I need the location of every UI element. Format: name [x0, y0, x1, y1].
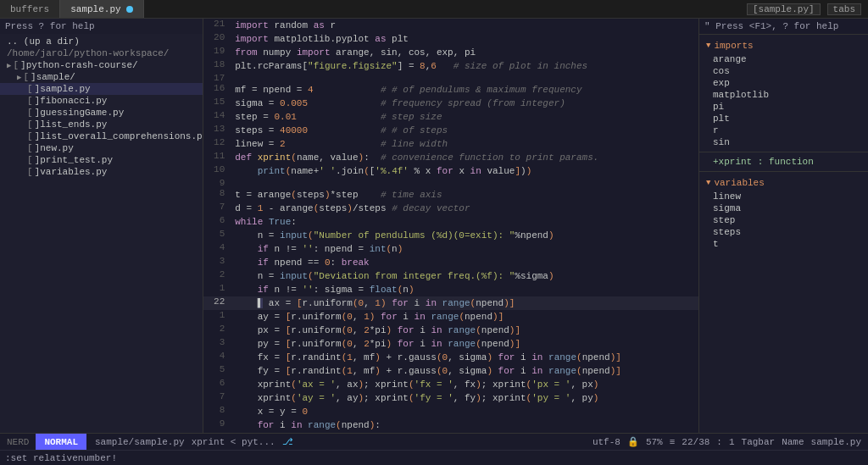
- tree-python-crash-course[interactable]: ▶ [ ]python-crash-course/: [0, 59, 203, 71]
- file-tree-content[interactable]: .. (up a dir) /home/jarol/python-workspa…: [0, 34, 203, 433]
- code-line-18: 18 plt.rcParams["figure.figsize"] = 8,6 …: [203, 59, 698, 73]
- import-r[interactable]: r: [699, 125, 868, 136]
- tree-up-dir-label: .. (up a dir): [7, 36, 80, 47]
- var-steps[interactable]: steps: [699, 226, 868, 238]
- tree-print-test[interactable]: [ ]print_test.py: [0, 154, 203, 166]
- code-line-1: 1 if n != '': sigma = float(n): [203, 283, 698, 296]
- status-bar: NERD NORMAL sample/sample.py xprint < py…: [0, 433, 868, 450]
- code-content[interactable]: 21 import random as r 20 import matplotl…: [203, 19, 698, 433]
- tab-buffers[interactable]: buffers: [0, 0, 60, 18]
- tree-print-label: ]print_test.py: [35, 155, 113, 165]
- import-plt[interactable]: plt: [699, 113, 868, 125]
- tab-sample-py-label: sample.py: [70, 4, 120, 14]
- right-divider-1: [699, 152, 868, 152]
- code-line-6b: 6 xprint('ax = ', ax); xprint('fx = ', f…: [203, 378, 698, 391]
- status-position: 22/38: [682, 437, 709, 447]
- var-sigma[interactable]: sigma: [699, 202, 868, 214]
- tree-workspace-label: /home/jarol/python-workspace/: [7, 48, 169, 58]
- code-line-12: 12 linew = 2 # line width: [203, 137, 698, 151]
- command-line[interactable]: :set relativenumber!: [0, 450, 868, 465]
- code-line-3b: 3 py = [r.uniform(0, 2*pi) for i in rang…: [203, 337, 698, 351]
- tree-bracket-print: [: [27, 155, 33, 165]
- tree-bracket-list-comp: [: [27, 131, 33, 141]
- status-equals: ≡: [670, 437, 676, 447]
- tree-bracket-open-crash: [: [13, 60, 19, 70]
- var-linew[interactable]: linew: [699, 191, 868, 202]
- tree-fibonacci-label: ]fibonacci.py: [35, 96, 108, 106]
- right-panel-header: " Press <F1>, ? for help: [699, 19, 868, 35]
- code-line-8: 8 t = arange(steps)*step # time axis: [203, 188, 698, 202]
- tree-bracket-fib: [: [27, 96, 33, 106]
- tab-sample-py[interactable]: sample.py: [60, 0, 143, 18]
- code-line-4b: 4 fx = [r.randint(1, mf) + r.gauss(0, si…: [203, 351, 698, 364]
- import-matplotlib[interactable]: matplotlib: [699, 89, 868, 101]
- imports-label: imports: [714, 41, 753, 51]
- tree-crash-label: ]python-crash-course/: [20, 60, 138, 70]
- tree-list-comprehensions[interactable]: [ ]list_overall_comprehensions.py: [0, 130, 203, 142]
- code-line-9: 9: [203, 178, 698, 188]
- right-panel: " Press <F1>, ? for help ▼ imports arang…: [698, 19, 868, 433]
- status-right-section: utf-8 🔒 57% ≡ 22/38 : 1 Tagbar Name samp…: [586, 436, 868, 447]
- variables-triangle-icon: ▼: [706, 179, 710, 187]
- status-mode-badge: NORMAL: [36, 434, 86, 450]
- tab-right-sample: [sample.py]: [747, 3, 821, 15]
- code-line-4: 4 if n != '': npend = int(n): [203, 242, 698, 256]
- var-step[interactable]: step: [699, 214, 868, 226]
- var-t[interactable]: t: [699, 238, 868, 250]
- import-pi[interactable]: pi: [699, 101, 868, 113]
- import-arange[interactable]: arange: [699, 53, 868, 65]
- file-tree-help-text: Press ? for help: [5, 21, 95, 31]
- variables-label: variables: [714, 178, 764, 188]
- tree-bracket-var: [: [27, 167, 33, 177]
- code-line-2: 2 n = input("Deviation from integer freq…: [203, 269, 698, 283]
- tree-list-ends-label: ]list_ends.py: [35, 119, 108, 130]
- code-line-7: 7 d = 1 - arange(steps)/steps # decay ve…: [203, 202, 698, 215]
- code-lines: 21 import random as r 20 import matplotl…: [203, 19, 698, 433]
- right-panel-content: ▼ imports arange cos exp matplotlib pi p…: [699, 35, 868, 433]
- variables-section-title: ▼ variables: [699, 175, 868, 191]
- tree-arrow-sample-dir: ▶: [17, 73, 21, 82]
- tree-new[interactable]: [ ]new.py: [0, 142, 203, 154]
- code-line-11: 11 def xprint(name, value): # convenienc…: [203, 151, 698, 164]
- code-line-16: 16 mf = npend = 4 # # of pendulums & max…: [203, 83, 698, 97]
- status-colon: :: [716, 437, 722, 447]
- code-line-9b: 9 for i in range(npend):: [203, 418, 698, 432]
- code-line-10: 10 print(name+' '.join(['%.4f' % x for x…: [203, 164, 698, 178]
- main-layout: Press ? for help .. (up a dir) /home/jar…: [0, 19, 868, 433]
- tab-bar: buffers sample.py [sample.py] tabs: [0, 0, 868, 19]
- status-col: 1: [729, 437, 735, 447]
- code-line-5: 5 n = input("Number of pendulums (%d)(0=…: [203, 229, 698, 242]
- tree-list-ends[interactable]: [ ]list_ends.py: [0, 119, 203, 130]
- code-panel[interactable]: 21 import random as r 20 import matplotl…: [203, 19, 698, 433]
- code-line-20: 20 import matplotlib.pyplot as plt: [203, 32, 698, 46]
- tab-right-tabs: tabs: [827, 3, 861, 15]
- tree-bracket-new: [: [27, 143, 33, 153]
- tree-up-dir[interactable]: .. (up a dir): [0, 36, 203, 47]
- code-line-17: 17: [203, 73, 698, 83]
- tab-bar-left: buffers sample.py: [0, 0, 144, 18]
- tree-variables-label: ]variables.py: [35, 167, 108, 177]
- import-sin[interactable]: sin: [699, 136, 868, 148]
- tree-list-comp-label: ]list_overall_comprehensions.py: [35, 131, 203, 141]
- imports-triangle-icon: ▼: [706, 42, 710, 50]
- status-percent: 57%: [646, 437, 663, 447]
- tree-variables[interactable]: [ ]variables.py: [0, 166, 203, 178]
- import-exp[interactable]: exp: [699, 77, 868, 89]
- tree-workspace-path: /home/jarol/python-workspace/: [0, 47, 203, 59]
- tree-bracket-sample-py: [: [27, 84, 33, 94]
- tree-sample-dir[interactable]: ▶ [ ]sample/: [0, 71, 203, 83]
- xprint-function-label: +xprint : function: [713, 157, 814, 167]
- xprint-function-item[interactable]: +xprint : function: [699, 156, 868, 168]
- tree-fibonacci[interactable]: [ ]fibonacci.py: [0, 95, 203, 107]
- tree-sample-py[interactable]: [ ]sample.py: [0, 83, 203, 95]
- tree-guessing-game[interactable]: [ ]guessingGame.py: [0, 107, 203, 119]
- code-line-13: 13 steps = 40000 # # of steps: [203, 124, 698, 137]
- tree-new-label: ]new.py: [35, 143, 74, 153]
- code-line-15: 15 sigma = 0.005 # frequency spread (fro…: [203, 97, 698, 110]
- command-line-text: :set relativenumber!: [5, 453, 117, 463]
- status-lock-icon: 🔒: [627, 436, 639, 447]
- code-line-7b: 7 xprint('ay = ', ay); xprint('fy = ', f…: [203, 391, 698, 405]
- import-cos[interactable]: cos: [699, 65, 868, 77]
- code-line-2b: 2 px = [r.uniform(0, 2*pi) for i in rang…: [203, 324, 698, 337]
- tab-buffers-label: buffers: [10, 4, 49, 14]
